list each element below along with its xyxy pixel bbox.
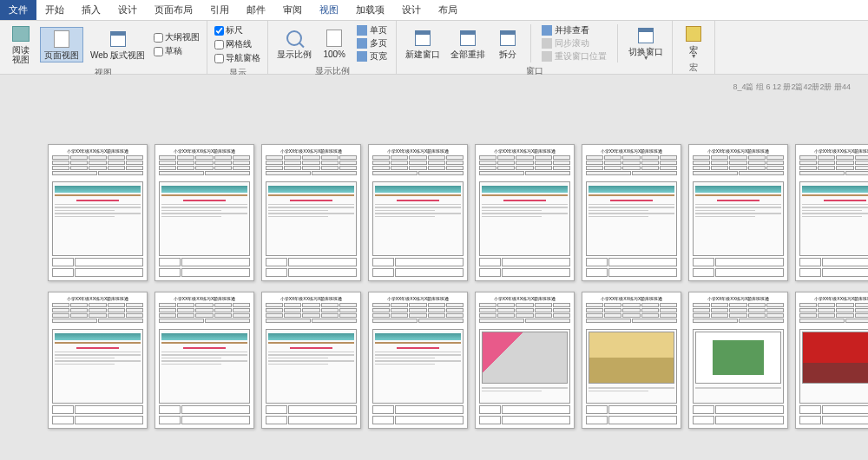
page-thumbnail[interactable]: 小学XX年级XX练习X题库班班通 xyxy=(795,292,868,429)
split-icon xyxy=(498,29,517,48)
nav-checkbox[interactable] xyxy=(214,54,224,63)
page-thumbnail[interactable]: 小学XX年级XX练习X题库班班通 xyxy=(155,292,254,429)
ruler-checkbox[interactable] xyxy=(214,26,224,36)
outline-view-option[interactable]: 大纲视图 xyxy=(154,31,200,43)
ruler-option[interactable]: 标尺 xyxy=(214,24,260,36)
page-thumbnail[interactable]: 小学XX年级XX练习X题库班班通 xyxy=(368,292,468,429)
multi-page-icon xyxy=(357,38,367,49)
tab-insert[interactable]: 插入 xyxy=(73,0,109,20)
page-thumbnail[interactable]: 小学XX年级XX练习X题库班班通 xyxy=(48,292,148,429)
draft-view-option[interactable]: 草稿 xyxy=(154,45,200,57)
group-label-macro: 宏 xyxy=(678,61,709,75)
tab-view[interactable]: 视图 xyxy=(311,0,347,20)
page-thumbnail[interactable]: 小学XX年级XX练习X题库班班通 xyxy=(155,144,254,281)
macro-icon xyxy=(684,24,703,43)
new-window-icon xyxy=(413,29,432,48)
page-thumbnail[interactable]: 小学XX年级XX练习X题库班班通 xyxy=(475,144,575,281)
book-icon xyxy=(11,24,30,43)
page-thumbnail[interactable]: 小学XX年级XX练习X题库班班通 xyxy=(261,292,361,429)
page-thumbnail[interactable]: 小学XX年级XX练习X题库班班通 xyxy=(688,144,788,281)
single-page-icon xyxy=(357,25,367,36)
tab-home[interactable]: 开始 xyxy=(36,0,73,20)
page-view-button[interactable]: 页面视图 xyxy=(40,27,83,62)
page-thumbnail[interactable]: 小学XX年级XX练习X题库班班通 xyxy=(48,144,148,281)
reset-pos-icon xyxy=(542,51,552,62)
page-thumbnail[interactable]: 小学XX年级XX练习X题库班班通 xyxy=(261,144,361,281)
draft-checkbox[interactable] xyxy=(154,47,163,56)
chevron-down-icon: ▼ xyxy=(643,55,649,61)
status-text: 8_4篇 组 6 12 册2篇42册2册 册44 xyxy=(733,82,851,93)
zoom-button[interactable]: 显示比例 xyxy=(273,27,315,61)
page-100-icon xyxy=(325,29,344,48)
multi-page-button[interactable]: 多页 xyxy=(357,37,387,49)
arrange-icon xyxy=(458,29,477,48)
tab-file[interactable]: 文件 xyxy=(0,0,36,20)
sync-scroll-icon xyxy=(542,38,552,49)
side-by-side-icon xyxy=(542,25,552,36)
page-thumbnail[interactable]: 小学XX年级XX练习X题库班班通 xyxy=(688,292,788,429)
chevron-down-icon: ▼ xyxy=(691,53,697,59)
page-icon xyxy=(52,30,71,49)
macro-button[interactable]: 宏 ▼ xyxy=(678,23,709,61)
page-thumbnail[interactable]: 小学XX年级XX练习X题库班班通 xyxy=(368,144,468,281)
page-thumbnail[interactable]: 小学XX年级XX练习X题库班班通 xyxy=(795,144,868,281)
zoom-100-button[interactable]: 100% xyxy=(319,27,350,61)
gridlines-checkbox[interactable] xyxy=(214,40,224,49)
outline-checkbox[interactable] xyxy=(154,33,163,43)
group-views: 阅读 视图 页面视图 Web 版式视图 大纲视图 草稿 视图 xyxy=(0,21,207,74)
split-button[interactable]: 拆分 xyxy=(492,27,523,61)
group-window: 新建窗口 全部重排 拆分 并排查看 同步滚动 重设窗口位置 切换窗口 ▼ xyxy=(397,21,673,74)
switch-window-button[interactable]: 切换窗口 ▼ xyxy=(625,24,667,62)
page-width-button[interactable]: 页宽 xyxy=(357,50,387,62)
nav-option[interactable]: 导航窗格 xyxy=(214,52,260,64)
group-zoom: 显示比例 100% 单页 多页 页宽 显示比例 xyxy=(268,21,397,74)
document-area[interactable]: 8_4篇 组 6 12 册2篇42册2册 册44 小学XX年级XX练习X题库班班… xyxy=(0,75,868,460)
read-view-button[interactable]: 阅读 视图 xyxy=(5,23,36,66)
tab-design[interactable]: 设计 xyxy=(109,0,146,20)
tab-layout[interactable]: 页面布局 xyxy=(146,0,201,20)
page-thumbnail[interactable]: 小学XX年级XX练习X题库班班通 xyxy=(475,292,575,429)
tab-references[interactable]: 引用 xyxy=(201,0,238,20)
side-by-side-button[interactable]: 并排查看 xyxy=(542,24,607,36)
new-window-button[interactable]: 新建窗口 xyxy=(402,27,444,61)
tab-mailings[interactable]: 邮件 xyxy=(238,0,274,20)
web-icon xyxy=(108,30,128,49)
magnifier-icon xyxy=(285,29,304,48)
group-macro: 宏 ▼ 宏 xyxy=(673,21,715,74)
page-thumbnail[interactable]: 小学XX年级XX练习X题库班班通 xyxy=(582,292,681,429)
tab-table-layout[interactable]: 布局 xyxy=(430,0,466,20)
switch-window-icon xyxy=(636,26,655,45)
gridlines-option[interactable]: 网格线 xyxy=(214,38,260,50)
tab-table-design[interactable]: 设计 xyxy=(393,0,430,20)
sync-scroll-button[interactable]: 同步滚动 xyxy=(542,37,607,49)
web-view-button[interactable]: Web 版式视图 xyxy=(87,28,148,62)
single-page-button[interactable]: 单页 xyxy=(357,24,387,36)
page-thumbnails: 小学XX年级XX练习X题库班班通小学XX年级XX练习X题库班班通小学XX年级XX… xyxy=(48,144,868,435)
page-thumbnail[interactable]: 小学XX年级XX练习X题库班班通 xyxy=(582,144,681,281)
tab-addins[interactable]: 加载项 xyxy=(347,0,393,20)
ribbon-tabs: 文件 开始 插入 设计 页面布局 引用 邮件 审阅 视图 加载项 设计 布局 xyxy=(0,0,868,21)
ribbon: 阅读 视图 页面视图 Web 版式视图 大纲视图 草稿 视图 标尺 网格线 导航… xyxy=(0,21,868,75)
tab-review[interactable]: 审阅 xyxy=(274,0,311,20)
group-show: 标尺 网格线 导航窗格 显示 xyxy=(207,21,268,74)
page-width-icon xyxy=(357,51,367,62)
arrange-all-button[interactable]: 全部重排 xyxy=(447,27,489,61)
reset-pos-button[interactable]: 重设窗口位置 xyxy=(542,50,607,62)
